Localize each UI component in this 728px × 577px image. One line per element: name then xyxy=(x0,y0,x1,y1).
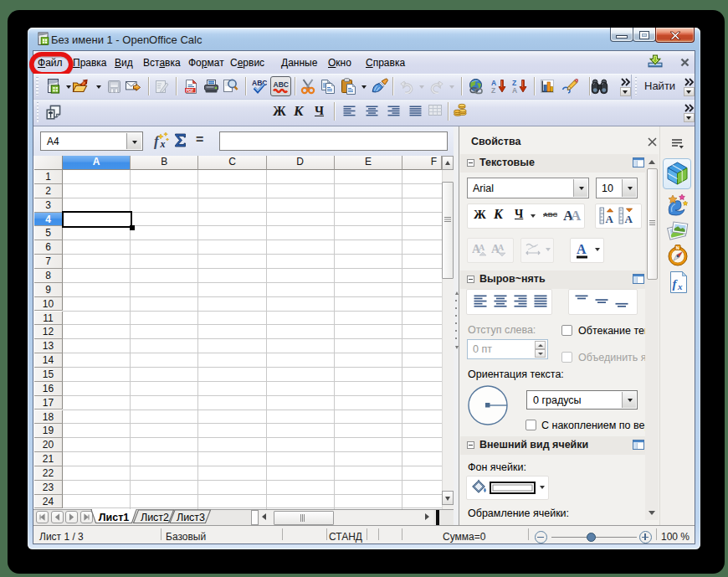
svg-text:ABC: ABC xyxy=(252,79,267,87)
svg-text:A: A xyxy=(479,243,485,252)
svg-text:x: x xyxy=(677,281,683,291)
svg-text:Z: Z xyxy=(491,86,495,95)
svg-text:A: A xyxy=(606,213,614,224)
svg-text:A: A xyxy=(577,242,587,256)
svg-text:A: A xyxy=(625,213,633,224)
svg-text:x: x xyxy=(160,138,166,150)
svg-text:A: A xyxy=(571,208,582,224)
svg-text:A: A xyxy=(498,243,505,252)
svg-text:N: N xyxy=(676,245,679,250)
svg-text:ABC: ABC xyxy=(274,80,289,89)
svg-text:A: A xyxy=(512,86,517,95)
svg-text:PDF: PDF xyxy=(186,89,193,93)
